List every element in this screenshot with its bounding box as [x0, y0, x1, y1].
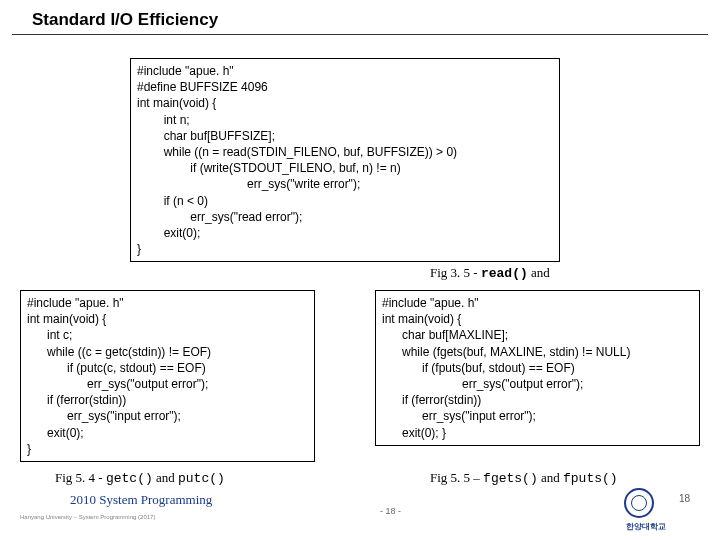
caption-fig-5-4: Fig 5. 4 - getc() and putc() [55, 470, 225, 486]
code-block-right: #include "apue. h" int main(void) { char… [375, 290, 700, 446]
caption-text: and [538, 470, 563, 485]
caption-fig-5-5: Fig 5. 5 – fgets() and fputs() [430, 470, 618, 486]
caption-text: Fig 5. 5 – [430, 470, 483, 485]
caption-mono: fputs() [563, 471, 618, 486]
caption-mono: fgets() [483, 471, 538, 486]
caption-mono: read() [481, 266, 528, 281]
caption-text: and [528, 265, 550, 280]
logo-text: 한양대학교 [626, 523, 666, 532]
caption-fig-3-5: Fig 3. 5 - read() and write() [430, 265, 550, 281]
footer-course: 2010 System Programming [70, 492, 212, 508]
university-logo: 한양대학교 [624, 488, 692, 526]
code-block-top: #include "apue. h" #define BUFFSIZE 4096… [130, 58, 560, 262]
code-block-left: #include "apue. h" int main(void) { int … [20, 290, 315, 462]
caption-mono: putc() [178, 471, 225, 486]
caption-mono: getc() [106, 471, 153, 486]
caption-text: and [153, 470, 178, 485]
page-title: Standard I/O Efficiency [12, 0, 708, 35]
caption-text: Fig 5. 4 - [55, 470, 106, 485]
footer-university: Hanyang University – System Programming … [20, 514, 155, 520]
page-number-center: - 18 - [380, 506, 401, 516]
logo-seal-icon [624, 488, 654, 518]
caption-text: Fig 3. 5 - [430, 265, 481, 280]
